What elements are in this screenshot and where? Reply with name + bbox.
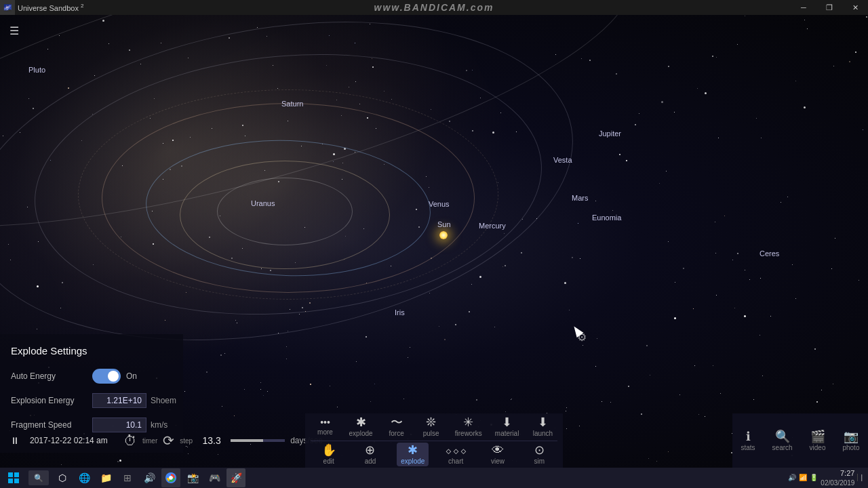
body-label-mars[interactable]: Mars [572, 194, 588, 202]
system-tray: 🔊 📶 🔋 7:27 02/03/2019 | [788, 468, 868, 487]
system-clock[interactable]: 7:27 02/03/2019 [821, 468, 854, 487]
svg-rect-0 [8, 472, 13, 477]
taskbar-app-edge[interactable]: 🌐 [75, 468, 94, 487]
step-icon[interactable]: ⟳ [163, 432, 174, 449]
sun-body[interactable] [439, 231, 448, 239]
body-label-pluto[interactable]: Pluto [28, 66, 45, 74]
fireworks-label: fireworks [455, 430, 482, 437]
fragment-speed-input[interactable]: 10.1 [92, 418, 146, 432]
toolbar-chart-button[interactable]: ⬦⬦⬦ chart [441, 443, 471, 466]
search-button[interactable]: 🔍 search [768, 428, 797, 454]
toolbar-edit-button[interactable]: ✋ edit [314, 443, 344, 466]
body-label-vesta[interactable]: Vesta [553, 156, 572, 164]
close-button[interactable]: ✕ [842, 0, 868, 15]
toolbar-row-top: ••• more ✱ explode 〜 force ❊ pulse ✳ fir… [305, 413, 563, 441]
explosion-energy-row: Explosion Energy 1.21E+10 Shoem [11, 393, 172, 408]
start-button[interactable] [0, 468, 27, 488]
right-toolbar: ℹ stats 🔍 search 🎬 video 📷 photo [732, 413, 868, 468]
minimize-button[interactable]: ─ [791, 0, 816, 15]
launch-label: launch [533, 430, 553, 437]
play-pause-button[interactable]: ⏸ [5, 431, 24, 450]
video-icon: 🎬 [810, 430, 825, 443]
clock-time: 7:27 [821, 468, 854, 478]
search-icon: 🔍 [775, 430, 790, 443]
taskbar-app-usandbox[interactable]: 🚀 [226, 468, 245, 487]
body-label-uranus[interactable]: Uranus [251, 199, 275, 207]
taskbar-app-cortana[interactable]: ⬡ [53, 468, 72, 487]
toolbar-launch-button[interactable]: ⬇ launch [528, 415, 557, 439]
photo-icon: 📷 [844, 430, 859, 443]
explode-bottom-label: explode [401, 458, 425, 465]
restore-button[interactable]: ❐ [816, 0, 842, 15]
add-icon: ⊕ [365, 444, 375, 456]
material-icon: ⬇ [502, 416, 512, 428]
timer-icon[interactable]: ⏱ [123, 433, 137, 449]
body-label-mercury[interactable]: Mercury [479, 222, 506, 230]
tray-volume[interactable]: 🔊 [788, 474, 796, 481]
window-controls[interactable]: ─ ❐ ✕ [791, 0, 868, 15]
toolbar-pulse-button[interactable]: ❊ pulse [416, 415, 446, 439]
toolbar-explode-top-button[interactable]: ✱ explode [345, 415, 377, 439]
center-toolbar: ••• more ✱ explode 〜 force ❊ pulse ✳ fir… [305, 413, 563, 468]
video-button[interactable]: 🎬 video [806, 428, 830, 454]
taskbar-app-chrome[interactable] [161, 468, 180, 487]
toolbar-material-button[interactable]: ⬇ material [491, 415, 524, 439]
launch-icon: ⬇ [538, 416, 548, 428]
taskbar-app-store[interactable]: ⊞ [118, 468, 137, 487]
explosion-energy-input[interactable]: 1.21E+10 [92, 393, 146, 408]
fireworks-icon: ✳ [463, 416, 473, 428]
taskbar-app-steam[interactable]: 🎮 [205, 468, 224, 487]
video-label: video [810, 444, 826, 451]
svg-rect-1 [14, 472, 19, 477]
taskbar-app-pics[interactable]: 📸 [183, 468, 202, 487]
stats-button[interactable]: ℹ stats [736, 428, 759, 454]
taskbar: 🔍 ⬡ 🌐 📁 ⊞ 🔊 📸 🎮 🚀 🔊 📶 🔋 7:27 02/03/2019 [0, 468, 868, 488]
pulse-label: pulse [423, 430, 439, 437]
body-label-ceres[interactable]: Ceres [760, 249, 779, 258]
search-label: search [772, 444, 793, 451]
timeline-inner: ⏸ 2017-12-22 02:14 am ⏱ timer ⟳ step 13.… [0, 431, 323, 450]
taskbar-app-volume[interactable]: 🔊 [140, 468, 159, 487]
taskbar-search[interactable]: 🔍 [28, 470, 49, 485]
auto-energy-value: On [126, 371, 137, 381]
body-label-sun[interactable]: Sun [437, 220, 451, 228]
explode-top-icon: ✱ [356, 416, 366, 428]
toolbar-view-button[interactable]: 👁 view [483, 443, 513, 466]
toolbar-sim-button[interactable]: ⊙ sim [524, 443, 554, 466]
edit-label: edit [323, 458, 334, 465]
sim-label: sim [534, 458, 545, 465]
panel-title: Explode Settings [11, 345, 172, 357]
body-label-eunomia[interactable]: Eunomia [592, 214, 621, 222]
fragment-speed-unit: km/s [151, 420, 167, 430]
toolbar-more-button[interactable]: ••• more [311, 416, 340, 437]
clock-date: 02/03/2019 [821, 479, 854, 487]
explode-top-label: explode [349, 430, 373, 437]
toolbar-explode-bottom-button[interactable]: ✱ explode [397, 443, 429, 466]
body-label-iris[interactable]: Iris [395, 308, 405, 317]
toolbar-fireworks-button[interactable]: ✳ fireworks [451, 415, 486, 439]
fragment-speed-row: Fragment Speed 10.1 km/s [11, 418, 172, 432]
pulse-icon: ❊ [426, 416, 436, 428]
menu-button[interactable]: ☰ [5, 22, 23, 40]
svg-rect-2 [8, 479, 13, 483]
taskbar-app-explorer[interactable]: 📁 [96, 468, 115, 487]
app-title: Universe Sandbox 2 [18, 3, 83, 12]
show-desktop-button[interactable]: | [857, 474, 863, 481]
more-label: more [317, 428, 333, 436]
view-label: view [491, 458, 505, 465]
svg-rect-3 [14, 479, 19, 483]
toolbar-force-button[interactable]: 〜 force [382, 415, 412, 439]
svg-point-5 [169, 476, 173, 480]
tray-network[interactable]: 📶 [799, 474, 807, 481]
more-icon: ••• [320, 418, 330, 427]
body-label-venus[interactable]: Venus [429, 200, 450, 208]
body-label-saturn[interactable]: Saturn [281, 100, 303, 108]
app-icon: 🌌 [0, 0, 15, 15]
force-icon: 〜 [391, 416, 403, 428]
tray-battery[interactable]: 🔋 [810, 474, 818, 481]
auto-energy-toggle[interactable] [92, 369, 121, 384]
speed-slider[interactable] [231, 439, 285, 442]
body-label-jupiter[interactable]: Jupiter [599, 129, 621, 138]
photo-button[interactable]: 📷 photo [838, 428, 863, 454]
toolbar-add-button[interactable]: ⊕ add [355, 443, 385, 466]
